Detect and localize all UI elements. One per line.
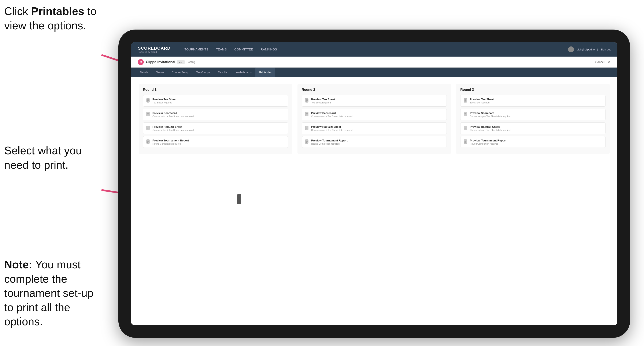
round-3-tee-sheet[interactable]: Preview Tee Sheet Tee Sheet required <box>460 95 606 107</box>
tab-details[interactable]: Details <box>136 68 152 77</box>
r2-raguzzi-sub: Course setup + Tee Sheet data required <box>311 129 352 131</box>
user-avatar <box>568 46 574 52</box>
top-navigation: SCOREBOARD Powered by clippd TOURNAMENTS… <box>131 42 617 57</box>
document-icon <box>146 112 150 117</box>
rounds-grid: Round 1 Preview Tee Sheet Tee Sheet requ… <box>139 84 610 154</box>
tournament-badge: Men <box>177 60 185 64</box>
r1-report-sub: Round Completion required <box>152 143 189 145</box>
r2-report-title: Preview Tournament Report <box>311 139 348 142</box>
sub-header: C Clippd Invitational Men Hosting Cancel… <box>131 57 617 68</box>
scoreboard-logo: SCOREBOARD Powered by clippd <box>138 46 170 53</box>
r3-tee-sheet-title: Preview Tee Sheet <box>470 98 494 101</box>
tournament-status: Hosting <box>186 61 195 64</box>
tournament-logo: C <box>138 59 144 65</box>
round-1-scorecard[interactable]: Preview Scorecard Course setup + Tee She… <box>143 109 288 120</box>
annotation-middle: Select what youneed to print. <box>4 144 82 172</box>
round-1-tee-sheet[interactable]: Preview Tee Sheet Tee Sheet required <box>143 95 288 107</box>
main-content: Round 1 Preview Tee Sheet Tee Sheet requ… <box>131 77 617 325</box>
tab-tee-groups[interactable]: Tee Groups <box>192 68 214 77</box>
document-icon <box>305 98 309 103</box>
nav-teams[interactable]: TEAMS <box>212 42 231 57</box>
r1-report-title: Preview Tournament Report <box>152 139 189 142</box>
top-nav-right: blair@clippd.io | Sign out <box>568 46 610 52</box>
nav-tournaments[interactable]: TOURNAMENTS <box>180 42 212 57</box>
tab-leaderboards[interactable]: Leaderboards <box>231 68 256 77</box>
r1-scorecard-title: Preview Scorecard <box>152 111 194 115</box>
round-1-tee-sheet-text: Preview Tee Sheet Tee Sheet required <box>152 98 176 104</box>
r3-report-sub: Round Completion required <box>470 143 506 145</box>
round-2-tournament-report[interactable]: Preview Tournament Report Round Completi… <box>302 136 447 148</box>
round-2-title: Round 2 <box>302 88 447 92</box>
round-1-report-text: Preview Tournament Report Round Completi… <box>152 139 189 145</box>
r1-raguzzi-sub: Course setup + Tee Sheet data required <box>152 129 194 131</box>
cancel-button[interactable]: Cancel <box>595 60 604 64</box>
document-icon <box>305 139 309 144</box>
r2-tee-sheet-title: Preview Tee Sheet <box>311 98 335 101</box>
round-3-scorecard[interactable]: Preview Scorecard Course setup + Tee She… <box>460 109 606 120</box>
round-1-scorecard-text: Preview Scorecard Course setup + Tee She… <box>152 111 194 118</box>
nav-rankings[interactable]: RANKINGS <box>257 42 281 57</box>
document-icon <box>464 139 468 144</box>
r3-raguzzi-title: Preview Raguzzi Sheet <box>470 125 511 128</box>
tab-course-setup[interactable]: Course Setup <box>168 68 192 77</box>
round-3-raguzzi[interactable]: Preview Raguzzi Sheet Course setup + Tee… <box>460 122 606 134</box>
round-1-section: Round 1 Preview Tee Sheet Tee Sheet requ… <box>139 84 292 154</box>
annotation-bottom: Note: You mustcomplete thetournament set… <box>4 258 102 329</box>
round-3-title: Round 3 <box>460 88 606 92</box>
annotation-note-bold: Note: <box>4 258 32 271</box>
tab-results[interactable]: Results <box>214 68 231 77</box>
tablet-side-button <box>237 194 240 204</box>
round-1-title: Round 1 <box>143 88 288 92</box>
document-icon <box>146 98 150 103</box>
tournament-name: Clippd Invitational <box>146 60 175 64</box>
document-icon <box>305 126 309 131</box>
round-2-raguzzi[interactable]: Preview Raguzzi Sheet Course setup + Tee… <box>302 122 447 134</box>
annotation-bold-printables: Printables <box>31 5 84 17</box>
top-nav-links: TOURNAMENTS TEAMS COMMITTEE RANKINGS <box>180 42 568 57</box>
round-2-scorecard[interactable]: Preview Scorecard Course setup + Tee She… <box>302 109 447 120</box>
document-icon <box>464 98 468 103</box>
tablet-screen: SCOREBOARD Powered by clippd TOURNAMENTS… <box>131 42 617 325</box>
round-1-raguzzi-text: Preview Raguzzi Sheet Course setup + Tee… <box>152 125 194 131</box>
user-email: blair@clippd.io <box>576 48 594 51</box>
round-2-tee-sheet[interactable]: Preview Tee Sheet Tee Sheet required <box>302 95 447 107</box>
cancel-x[interactable]: ✕ <box>608 60 610 64</box>
document-icon <box>305 112 309 117</box>
round-1-tournament-report[interactable]: Preview Tournament Report Round Completi… <box>143 136 288 148</box>
tab-bar: Details Teams Course Setup Tee Groups Re… <box>131 68 617 77</box>
r2-raguzzi-title: Preview Raguzzi Sheet <box>311 125 352 128</box>
tab-teams[interactable]: Teams <box>152 68 168 77</box>
round-3-section: Round 3 Preview Tee Sheet Tee Sheet requ… <box>456 84 610 154</box>
r1-raguzzi-title: Preview Raguzzi Sheet <box>152 125 194 128</box>
sub-header-actions: Cancel ✕ <box>595 60 610 64</box>
document-icon <box>146 126 150 131</box>
document-icon <box>146 139 150 144</box>
r3-tee-sheet-sub: Tee Sheet required <box>470 101 494 104</box>
tablet-frame: SCOREBOARD Powered by clippd TOURNAMENTS… <box>118 29 630 338</box>
separator: | <box>597 48 598 51</box>
round-2-section: Round 2 Preview Tee Sheet Tee Sheet requ… <box>298 84 451 154</box>
sign-out-link[interactable]: Sign out <box>600 48 610 51</box>
round-1-raguzzi[interactable]: Preview Raguzzi Sheet Course setup + Tee… <box>143 122 288 134</box>
r2-scorecard-title: Preview Scorecard <box>311 111 352 115</box>
r3-raguzzi-sub: Course setup + Tee Sheet data required <box>470 129 511 131</box>
logo-title: SCOREBOARD <box>138 46 170 51</box>
r1-tee-sheet-title: Preview Tee Sheet <box>152 98 176 101</box>
annotation-top: Click Printables toview the options. <box>4 4 96 33</box>
tab-printables[interactable]: Printables <box>256 68 275 77</box>
r3-scorecard-sub: Course setup + Tee Sheet data required <box>470 115 511 118</box>
r2-tee-sheet-sub: Tee Sheet required <box>311 101 335 104</box>
r2-report-sub: Round Completion required <box>311 143 348 145</box>
r1-scorecard-sub: Course setup + Tee Sheet data required <box>152 115 194 118</box>
r2-scorecard-sub: Course setup + Tee Sheet data required <box>311 115 352 118</box>
logo-subtitle: Powered by clippd <box>138 51 170 53</box>
r1-tee-sheet-sub: Tee Sheet required <box>152 101 176 104</box>
document-icon <box>464 126 468 131</box>
document-icon <box>464 112 468 117</box>
r3-scorecard-title: Preview Scorecard <box>470 111 511 115</box>
round-3-tournament-report[interactable]: Preview Tournament Report Round Completi… <box>460 136 606 148</box>
r3-report-title: Preview Tournament Report <box>470 139 506 142</box>
nav-committee[interactable]: COMMITTEE <box>231 42 257 57</box>
